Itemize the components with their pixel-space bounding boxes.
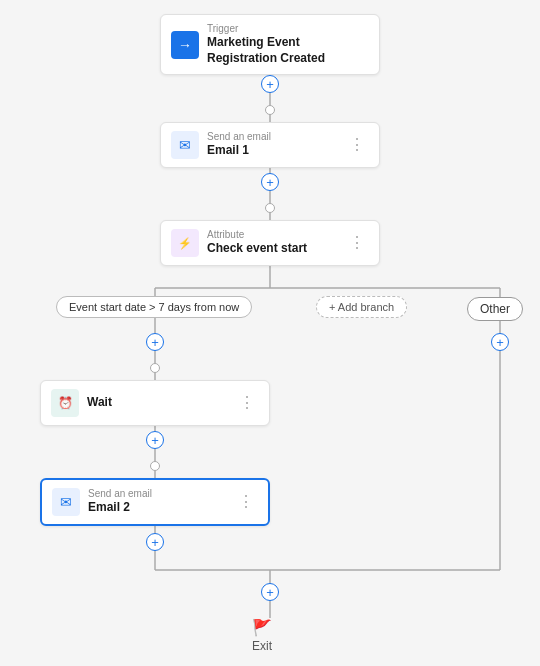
- branch-condition-pill[interactable]: Event start date > 7 days from now: [56, 296, 252, 318]
- wait-more-btn[interactable]: ⋮: [235, 395, 259, 411]
- email2-node[interactable]: ✉ Send an email Email 2 ⋮: [40, 478, 270, 526]
- wait-title: Wait: [87, 395, 235, 411]
- exit-node: 🚩 Exit: [252, 618, 272, 653]
- trigger-label: Trigger: [207, 23, 369, 35]
- attribute-icon: ⚡: [171, 229, 199, 257]
- email1-title: Email 1: [207, 143, 345, 159]
- plus-btn-4[interactable]: +: [146, 431, 164, 449]
- trigger-title: Marketing Event Registration Created: [207, 35, 369, 66]
- plus-btn-5[interactable]: +: [146, 533, 164, 551]
- dot-4: [150, 461, 160, 471]
- email1-more-btn[interactable]: ⋮: [345, 137, 369, 153]
- branch-condition-label: Event start date > 7 days from now: [69, 301, 239, 313]
- exit-icon: 🚩: [252, 618, 272, 637]
- trigger-icon: →: [171, 31, 199, 59]
- add-branch-pill[interactable]: + Add branch: [316, 296, 407, 318]
- email1-icon: ✉: [171, 131, 199, 159]
- email2-more-btn[interactable]: ⋮: [234, 494, 258, 510]
- attribute-more-btn[interactable]: ⋮: [345, 235, 369, 251]
- workflow-canvas: → Trigger Marketing Event Registration C…: [0, 0, 540, 666]
- plus-btn-1[interactable]: +: [261, 75, 279, 93]
- dot-2: [265, 203, 275, 213]
- email2-label: Send an email: [88, 488, 234, 500]
- attribute-label: Attribute: [207, 229, 345, 241]
- other-label: Other: [480, 302, 510, 316]
- add-branch-label: + Add branch: [329, 301, 394, 313]
- email2-icon: ✉: [52, 488, 80, 516]
- attribute-title: Check event start: [207, 241, 345, 257]
- email2-title: Email 2: [88, 500, 234, 516]
- dot-3: [150, 363, 160, 373]
- wait-node[interactable]: ⏰ Wait ⋮: [40, 380, 270, 426]
- email1-label: Send an email: [207, 131, 345, 143]
- trigger-node[interactable]: → Trigger Marketing Event Registration C…: [160, 14, 380, 75]
- plus-btn-2[interactable]: +: [261, 173, 279, 191]
- plus-btn-other[interactable]: +: [491, 333, 509, 351]
- wait-icon: ⏰: [51, 389, 79, 417]
- plus-btn-3[interactable]: +: [146, 333, 164, 351]
- connector-lines: [0, 0, 540, 666]
- email1-node[interactable]: ✉ Send an email Email 1 ⋮: [160, 122, 380, 168]
- plus-btn-6[interactable]: +: [261, 583, 279, 601]
- other-pill[interactable]: Other: [467, 297, 523, 321]
- dot-1: [265, 105, 275, 115]
- exit-label: Exit: [252, 639, 272, 653]
- attribute-node[interactable]: ⚡ Attribute Check event start ⋮: [160, 220, 380, 266]
